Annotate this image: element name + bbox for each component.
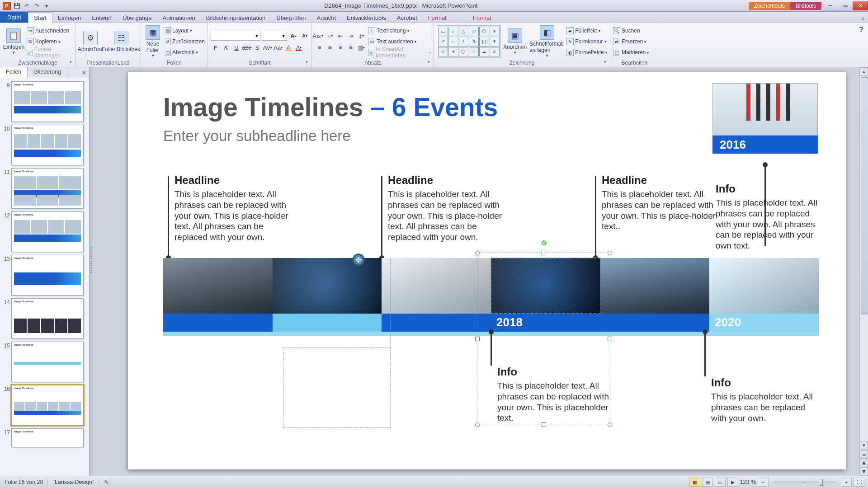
slide-editor[interactable]: Image Timelines – 6 Events Enter your su…	[93, 67, 868, 476]
ribbon-minimize[interactable]: ▵	[858, 13, 868, 23]
callout-info-right[interactable]: InfoThis is placeholder text. All phrase…	[716, 183, 820, 251]
strike-button[interactable]: abc	[242, 42, 252, 52]
thumb-13[interactable]: Image Timelines	[11, 255, 84, 296]
window-minimize[interactable]: ─	[823, 1, 838, 10]
paste-button[interactable]: 📋 Einfügen▾	[3, 28, 25, 56]
shape-effects[interactable]: ◐Formeffekte▾	[566, 47, 607, 57]
thumb-9[interactable]: Image Timelines	[11, 81, 84, 122]
text-direction[interactable]: ↕Textrichtung▾	[368, 26, 431, 36]
year-chip-2016[interactable]: 2016	[712, 83, 818, 154]
panel-close[interactable]: ✕	[79, 67, 89, 78]
bold-button[interactable]: F	[211, 42, 221, 52]
thumb-15[interactable]: Image Timelines	[11, 342, 84, 382]
view-reading[interactable]: ▭	[715, 478, 726, 487]
bullets-button[interactable]: ≣▾	[315, 31, 325, 41]
shrink-font[interactable]: A▾	[300, 31, 310, 41]
tab-developer[interactable]: Entwicklertools	[341, 13, 392, 23]
spacing-button[interactable]: AV▾	[263, 42, 273, 52]
align-text[interactable]: ▭Text ausrichten▾	[368, 37, 431, 47]
replace-button[interactable]: ⇄Ersetzen▾	[613, 37, 649, 47]
tab-view[interactable]: Ansicht	[311, 13, 341, 23]
callout-2[interactable]: HeadlineThis is placeholder text. All ph…	[388, 174, 510, 243]
zoom-slider[interactable]	[773, 481, 836, 483]
new-slide-button[interactable]: ▦Neue Folie▾	[144, 24, 162, 59]
callout-info-2[interactable]: InfoThis is placeholder text. All phrase…	[711, 376, 820, 423]
convert-smartart[interactable]: ◆In SmartArt konvertieren▾	[368, 47, 431, 57]
shape-fill[interactable]: ▰Fülleffekt▾	[566, 26, 607, 36]
panel-splitter[interactable]	[90, 67, 93, 476]
select-button[interactable]: ⬚Markieren▾	[613, 47, 649, 57]
tab-format-picture[interactable]: Format	[467, 13, 497, 23]
tab-design[interactable]: Entwurf	[86, 13, 117, 23]
font-color-button[interactable]: A▾	[294, 42, 304, 52]
align-right[interactable]: ≡	[335, 42, 345, 52]
thumb-10[interactable]: Image Timelines	[11, 125, 84, 165]
admintool-button[interactable]: ⚙AdminTool	[79, 30, 102, 53]
section-button[interactable]: ▢Abschnitt▾	[164, 47, 205, 57]
window-close[interactable]: ✕	[853, 1, 868, 10]
quick-styles-button[interactable]: ◧Schnellformat- vorlagen▾	[529, 24, 565, 59]
slide-title[interactable]: Image Timelines – 6 Events	[163, 92, 498, 122]
shadow-button[interactable]: S	[252, 42, 262, 52]
grow-font[interactable]: A▴	[288, 31, 298, 41]
change-case[interactable]: Aa▾	[273, 42, 283, 52]
timeline-img-5[interactable]	[709, 258, 819, 314]
tab-slideshow[interactable]: Bildschirmpräsentation	[201, 13, 271, 23]
underline-button[interactable]: U	[231, 42, 241, 52]
font-family-combo[interactable]: ▾	[211, 31, 260, 41]
zoom-in[interactable]: +	[841, 478, 852, 487]
slide-canvas[interactable]: Image Timelines – 6 Events Enter your su…	[128, 72, 846, 469]
zoom-out[interactable]: −	[758, 478, 769, 487]
timeline-img-1[interactable]	[273, 258, 382, 314]
callout-1[interactable]: HeadlineThis is placeholder text. All ph…	[175, 174, 297, 243]
thumbnail-list[interactable]: 9Image Timelines 10Image Timelines 11Ima…	[0, 78, 89, 476]
callout-3[interactable]: HeadlineThis is placeholder text. All ph…	[602, 174, 724, 232]
slide-subtitle[interactable]: Enter your subheadline here	[163, 127, 351, 145]
highlight-button[interactable]: A	[283, 42, 293, 52]
tab-animations[interactable]: Animationen	[157, 13, 201, 23]
tab-insert[interactable]: Einfügen	[52, 13, 86, 23]
qat-customize[interactable]: ▾	[42, 2, 51, 10]
tab-format-draw[interactable]: Format	[423, 13, 452, 23]
tab-file[interactable]: Datei	[0, 12, 28, 23]
italic-button[interactable]: K	[221, 42, 231, 52]
zoom-fit[interactable]: ⛶	[854, 478, 864, 487]
dec-indent[interactable]: ⇤	[335, 31, 345, 41]
timeline-img-0[interactable]	[163, 258, 273, 314]
help-button[interactable]: ?	[856, 25, 866, 35]
window-maximize[interactable]: ▭	[838, 1, 853, 10]
linespace-button[interactable]: ‡▾	[356, 31, 366, 41]
shape-outline[interactable]: ✎Formkontur▾	[566, 37, 607, 47]
status-lang-icon[interactable]: ✎	[99, 479, 109, 486]
view-normal[interactable]: ▦	[689, 478, 700, 487]
editor-scrollbar-v[interactable]: ▲ ▼ ☰ ⯅ ⯆	[859, 67, 868, 476]
numbering-button[interactable]: ≡▾	[325, 31, 335, 41]
tab-review[interactable]: Überprüfen	[271, 13, 311, 23]
view-slideshow[interactable]: ▶	[727, 478, 738, 487]
thumb-11[interactable]: Image Timelines	[11, 168, 84, 209]
shapes-gallery[interactable]: ▭○△◇⬠▾ ↗↔⤴↯{ }▾ ☆✶⬡⌂☁≡	[437, 25, 501, 58]
format-painter-button[interactable]: 🖌Format übertragen	[27, 47, 73, 57]
panel-tab-slides[interactable]: Folien	[0, 67, 28, 78]
align-center[interactable]: ≡	[325, 42, 335, 52]
panel-tab-outline[interactable]: Gliederung	[28, 67, 67, 78]
align-justify[interactable]: ≡	[346, 42, 356, 52]
selection-box[interactable]	[477, 253, 610, 425]
tab-acrobat[interactable]: Acrobat	[392, 13, 423, 23]
find-button[interactable]: 🔍Suchen	[613, 26, 649, 36]
thumb-14[interactable]: Image Timelines	[11, 298, 84, 339]
qat-save[interactable]: 💾	[13, 2, 21, 10]
reset-button[interactable]: ↺Zurücksetzen	[164, 37, 205, 47]
tab-start[interactable]: Start	[28, 12, 52, 23]
qat-undo[interactable]: ↶	[23, 2, 31, 10]
timeline-img-4[interactable]	[600, 258, 710, 314]
thumb-12[interactable]: Image Timelines	[11, 211, 84, 252]
cut-button[interactable]: ✂Ausschneiden	[27, 26, 73, 36]
copy-button[interactable]: ⧉Kopieren▾	[27, 37, 73, 47]
columns-button[interactable]: ▥▾	[356, 42, 366, 52]
thumb-16[interactable]: Image Timelines	[11, 385, 84, 426]
folienbibliothek-button[interactable]: ☷FolienBibliothek	[104, 30, 138, 53]
font-size-combo[interactable]: ▾	[262, 31, 287, 41]
tab-transitions[interactable]: Übergänge	[117, 13, 157, 23]
inc-indent[interactable]: ⇥	[346, 31, 356, 41]
